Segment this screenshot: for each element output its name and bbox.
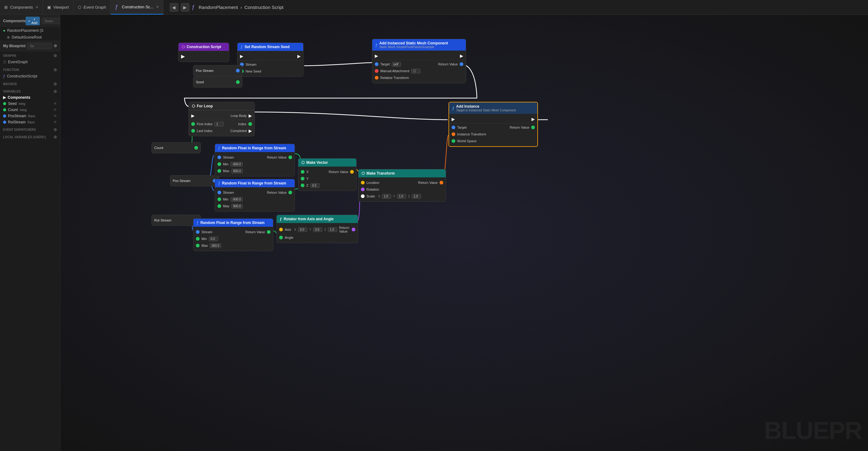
macros-section-label: MACROS ⊕: [0, 80, 60, 87]
add-instanced-header: ƒ Add Instanced Static Mesh Component St…: [372, 39, 466, 51]
tab-components-close[interactable]: ✕: [35, 5, 38, 9]
node-seed[interactable]: Seed: [193, 77, 243, 88]
graphs-add-button[interactable]: ⊕: [53, 53, 57, 58]
make-transform-location-row: Location Return Value: [359, 179, 446, 186]
new-seed-label: New Seed: [246, 69, 261, 73]
var-item-posstream[interactable]: PosStream Ranc 👁: [0, 113, 60, 119]
var-item-seed[interactable]: Seed Integ 👁: [0, 100, 60, 107]
event-dispatchers-add-button[interactable]: ⊕: [53, 127, 57, 132]
local-variables-add-button[interactable]: ⊕: [53, 134, 57, 140]
completed-label: Completed: [230, 129, 247, 133]
posstream-eye-icon[interactable]: 👁: [53, 114, 57, 118]
node-set-random-stream-seed[interactable]: ƒ Set Random Stream Seed ▶ ▶ Stream New …: [237, 42, 304, 77]
rotation-label: Rotation: [367, 187, 379, 191]
rf1-max-value: 900.0: [231, 169, 243, 173]
var-item-count[interactable]: Count Integ 👁: [0, 107, 60, 113]
random-float-2-title: Random Float in Range from Stream: [222, 181, 286, 185]
rotstream-eye-icon[interactable]: 👁: [53, 120, 57, 124]
sidebar-item-event-graph[interactable]: ⬡ EventGraph: [0, 59, 60, 65]
count-eye-icon[interactable]: 👁: [53, 108, 57, 112]
random-float-3-header: ƒ Random Float in Range from Stream: [193, 219, 273, 227]
variables-add-button[interactable]: ⊕: [53, 89, 57, 94]
rf2-stream-label: Stream: [223, 191, 234, 194]
var-item-rotstream[interactable]: RotStream Ranc 👁: [0, 119, 60, 125]
var-item-components[interactable]: ▶ Components: [0, 94, 60, 100]
make-transform-header: ⬡ Make Transform: [359, 169, 446, 177]
rotator-icon: ƒ: [280, 217, 282, 221]
instance-transform-row: Instance Transform: [449, 131, 537, 138]
function-add-button[interactable]: ⊕: [53, 67, 57, 72]
nav-back-button[interactable]: ◀: [169, 3, 178, 12]
add-instance-exec-in: ▶: [452, 117, 455, 122]
add-instance-target-pin: [452, 125, 455, 129]
manual-attachment-label: Manual Attachment: [380, 69, 409, 73]
target-pin: [375, 62, 378, 66]
rf3-max-row: Max 360.0: [193, 242, 273, 249]
macros-add-button[interactable]: ⊕: [53, 82, 57, 86]
rf1-max-row: Max 900.0: [215, 168, 294, 174]
make-transform-icon: ⬡: [362, 171, 365, 176]
node-pos-stream-top[interactable]: Pos Stream: [193, 65, 243, 76]
tab-construction-script[interactable]: ƒ Construction Sc... ✕: [111, 0, 163, 14]
node-random-float-1[interactable]: ƒ Random Float in Range from Stream Stre…: [215, 144, 295, 176]
construction-script-tab-icon: ƒ: [115, 4, 118, 10]
tab-viewport[interactable]: ▣ Viewport: [43, 0, 73, 14]
node-rotator-axis-angle[interactable]: ƒ Rotator from Axis and Angle Axis X 0.0…: [276, 215, 358, 243]
tab-construction-script-label: Construction Sc...: [122, 5, 154, 9]
construction-script-node-icon: ⬡: [182, 45, 185, 49]
node-count[interactable]: Count: [151, 142, 201, 153]
tree-item-defaultsceneroot[interactable]: ⊕ DefaultSceneRoot: [0, 34, 60, 41]
add-instance-return-label: Return Value: [510, 125, 529, 129]
transform-return-label: Return Value: [418, 181, 438, 184]
make-vector-y-label: Y: [306, 177, 308, 180]
node-make-transform[interactable]: ⬡ Make Transform Location Return Value R…: [358, 169, 446, 202]
instance-transform-pin: [452, 132, 455, 136]
return-value-label: Return Value: [438, 62, 458, 66]
tab-event-graph[interactable]: ⬡ Event Graph: [73, 0, 111, 14]
node-make-vector[interactable]: ⬡ Make Vector X Return Value Y Z 0.0: [298, 158, 356, 191]
event-dispatchers-section-label: EVENT DISPATCHERS ⊕: [0, 125, 60, 133]
viewport-tab-icon: ▣: [47, 5, 51, 9]
pos-stream-mid-label: Pos Stream: [173, 179, 190, 183]
nav-forward-button[interactable]: ▶: [181, 3, 189, 12]
node-add-instance[interactable]: ƒ Add Instance Target is Instanced Stati…: [448, 102, 538, 147]
seed-eye-icon[interactable]: 👁: [53, 101, 57, 106]
node-construction-script[interactable]: ⬡ Construction Script ▶: [178, 42, 229, 62]
rf2-min-row: Min -900.0: [215, 196, 294, 203]
add-component-button[interactable]: + + Add: [26, 17, 40, 25]
breadcrumb-path: RandomPlacement: [199, 5, 238, 10]
random-float-2-icon: ƒ: [218, 181, 220, 185]
scale-z-value: 1.0: [412, 194, 421, 199]
add-instance-target-row: Target Return Value: [449, 124, 537, 131]
random-float-3-title: Random Float in Range from Stream: [200, 220, 265, 225]
tab-construction-script-close[interactable]: ✕: [156, 5, 159, 9]
manual-attachment-row: Manual Attachment ☐: [372, 67, 466, 74]
transform-return-pin: [439, 181, 443, 184]
pos-stream-top-row: Pos Stream: [193, 67, 242, 74]
node-for-loop[interactable]: ⬡ For Loop ▶ Loop Body ▶ First Index 1 I…: [188, 102, 255, 137]
location-pin: [361, 181, 365, 184]
my-blueprint-search-input[interactable]: [27, 43, 52, 49]
left-panel: Components + + Add ● RandomPlacement (S …: [0, 15, 60, 451]
node-random-float-3[interactable]: ƒ Random Float in Range from Stream Stre…: [193, 218, 273, 251]
settings-icon[interactable]: ⚙: [54, 44, 57, 48]
pos-stream-top-pin: [236, 69, 240, 72]
node-pos-stream-mid[interactable]: Pos Stream: [170, 175, 219, 186]
tree-item-randomplacement[interactable]: ● RandomPlacement (S: [0, 27, 60, 34]
event-graph-tab-icon: ⬡: [78, 5, 81, 9]
blueprint-canvas[interactable]: ⬡ Construction Script ▶ ƒ Set Random Str…: [60, 15, 868, 451]
node-add-instanced-static-mesh[interactable]: ƒ Add Instanced Static Mesh Component St…: [372, 39, 466, 83]
rotation-pin: [361, 187, 365, 191]
node-random-float-2[interactable]: ƒ Random Float in Range from Stream Stre…: [215, 179, 295, 212]
make-vector-z-pin: [301, 184, 305, 187]
set-random-stream-exec-row: ▶ ▶: [238, 53, 303, 60]
random-float-1-icon: ƒ: [218, 146, 220, 150]
sidebar-item-construction-script[interactable]: ƒ ConstructionScript: [0, 73, 60, 80]
add-instanced-exec-in: ▶: [375, 53, 378, 58]
relative-transform-pin: [375, 76, 378, 80]
set-random-stream-seed-icon: ƒ: [241, 45, 243, 49]
add-instance-target-label: Target: [457, 125, 467, 129]
relative-transform-label: Relative Transform: [380, 76, 409, 80]
tab-components[interactable]: ⊞ Components ✕: [0, 0, 43, 14]
make-vector-return-label: Return Value: [329, 170, 348, 174]
